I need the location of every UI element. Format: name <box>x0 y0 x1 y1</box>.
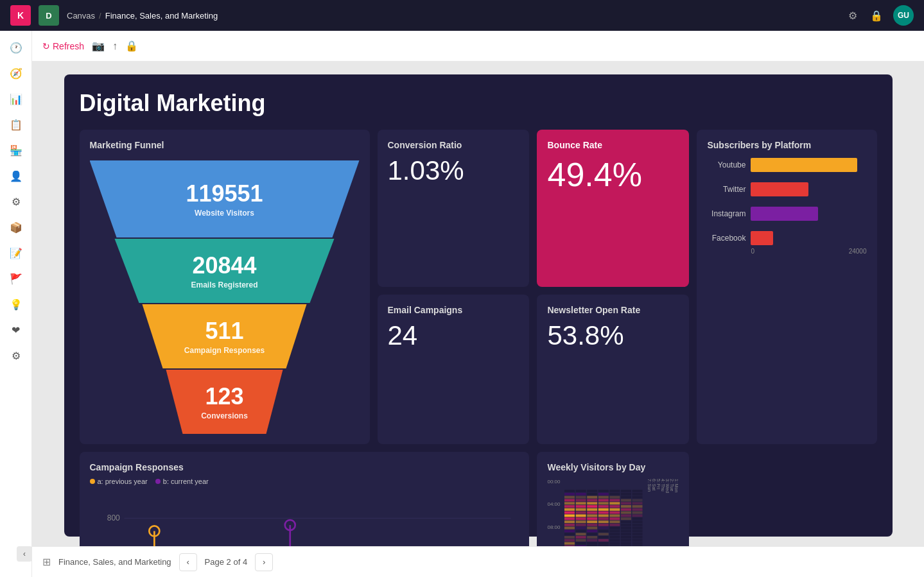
svg-rect-139 <box>598 524 608 526</box>
svg-rect-222 <box>632 512 642 514</box>
svg-rect-77 <box>575 512 586 514</box>
sidebar-item-heart[interactable]: ❤ <box>4 318 28 341</box>
svg-rect-134 <box>598 508 608 511</box>
svg-rect-217 <box>632 496 642 499</box>
newsletter-value: 53.8% <box>547 320 679 351</box>
next-page-button[interactable]: › <box>255 553 273 571</box>
conversion-ratio-card: Conversion Ratio 1.03% <box>378 130 530 287</box>
svg-rect-144 <box>598 539 608 542</box>
sidebar-item-cog[interactable]: ⚙ <box>4 190 28 213</box>
svg-rect-141 <box>598 530 608 532</box>
svg-rect-171 <box>609 533 620 535</box>
screenshot-icon[interactable]: 📷 <box>92 40 105 52</box>
svg-rect-174 <box>609 542 620 545</box>
sidebar-item-list[interactable]: 📝 <box>4 241 28 264</box>
svg-rect-166 <box>609 517 620 520</box>
svg-rect-107 <box>587 514 597 517</box>
svg-rect-135 <box>598 512 608 514</box>
settings-icon[interactable]: ⚙ <box>846 7 860 24</box>
svg-rect-192 <box>620 508 631 511</box>
bar-chart: Youtube Twitter <box>707 158 866 245</box>
svg-rect-133 <box>598 505 608 508</box>
lock2-icon[interactable]: 🔒 <box>125 40 138 52</box>
svg-rect-113 <box>587 533 597 535</box>
bar-facebook <box>751 231 772 245</box>
svg-rect-79 <box>575 517 586 520</box>
lock-icon[interactable]: 🔒 <box>867 7 885 24</box>
svg-rect-78 <box>575 514 586 517</box>
svg-rect-145 <box>598 542 608 545</box>
sidebar-item-clock[interactable]: 🕐 <box>4 36 28 59</box>
svg-rect-196 <box>620 521 631 523</box>
svg-rect-164 <box>609 512 620 514</box>
svg-rect-187 <box>620 493 631 495</box>
export-icon[interactable]: ↑ <box>112 40 118 52</box>
prev-page-button[interactable]: ‹ <box>179 553 197 571</box>
svg-rect-57 <box>564 539 575 542</box>
svg-rect-74 <box>575 502 586 504</box>
lollipop-chart-svg: 800 600 400 200 0 <box>90 493 519 546</box>
svg-rect-41 <box>564 490 575 492</box>
svg-rect-106 <box>587 512 597 514</box>
app-logo[interactable]: K <box>10 5 31 26</box>
dashboard: Digital Marketing Marketing Funnel 11955… <box>64 74 893 537</box>
svg-rect-112 <box>587 530 597 532</box>
subscribers-card: Subscribers by Platform Youtube Twitter <box>697 130 876 444</box>
svg-rect-197 <box>620 524 631 526</box>
svg-rect-58 <box>564 542 575 545</box>
sidebar-item-flag[interactable]: 🚩 <box>4 267 28 290</box>
funnel-level-2: 20844 Emails Registered <box>103 239 347 303</box>
sidebar-item-store[interactable]: 🏪 <box>4 139 28 162</box>
svg-rect-229 <box>632 533 642 535</box>
svg-rect-44 <box>564 499 575 501</box>
top-nav: K D Canvas / Finance, Sales, and Marketi… <box>0 0 924 31</box>
svg-rect-201 <box>620 536 631 538</box>
bar-instagram <box>751 207 817 221</box>
svg-rect-223 <box>632 514 642 517</box>
refresh-icon: ↻ <box>42 41 50 51</box>
collapse-sidebar-button[interactable]: ‹ <box>17 546 32 562</box>
sidebar-item-table[interactable]: 📋 <box>4 113 28 136</box>
svg-rect-198 <box>620 527 631 530</box>
conversion-ratio-value: 1.03% <box>388 155 519 186</box>
svg-rect-76 <box>575 508 586 511</box>
svg-rect-75 <box>575 505 586 508</box>
svg-rect-160 <box>609 499 620 501</box>
sidebar-item-stack[interactable]: 📦 <box>4 216 28 239</box>
newsletter-open-rate-card: Newsletter Open Rate 53.8% <box>537 295 689 444</box>
svg-rect-80 <box>575 521 586 523</box>
svg-rect-170 <box>609 530 620 532</box>
funnel-title: Marketing Funnel <box>90 140 360 150</box>
bar-row-youtube: Youtube <box>707 158 866 172</box>
sidebar-item-person[interactable]: 👤 <box>4 164 28 187</box>
svg-rect-219 <box>632 502 642 504</box>
sidebar-item-chart[interactable]: 📊 <box>4 87 28 110</box>
bar-youtube <box>751 158 857 172</box>
refresh-button[interactable]: ↻ Refresh <box>42 41 84 51</box>
svg-rect-136 <box>598 514 608 517</box>
svg-rect-140 <box>598 527 608 530</box>
svg-rect-203 <box>620 542 631 545</box>
svg-rect-111 <box>587 527 597 530</box>
bar-axis: 0 24000 <box>751 248 866 255</box>
svg-rect-47 <box>564 508 575 511</box>
sidebar-item-compass[interactable]: 🧭 <box>4 62 28 85</box>
funnel-level-3: 511 Campaign Responses <box>122 304 327 368</box>
svg-rect-191 <box>620 505 631 508</box>
campaign-title: Campaign Responses <box>90 462 519 472</box>
sidebar-item-gear[interactable]: ⚙ <box>4 344 28 367</box>
svg-rect-52 <box>564 524 575 526</box>
svg-rect-165 <box>609 514 620 517</box>
svg-rect-115 <box>587 539 597 542</box>
bar-row-instagram: Instagram <box>707 207 866 221</box>
legend: a: previous year b: current year <box>90 478 519 485</box>
svg-rect-82 <box>575 527 586 530</box>
funnel-container: 119551 Website Visitors 20844 Emails Reg… <box>90 160 360 434</box>
bar-twitter <box>751 182 808 196</box>
svg-rect-163 <box>609 508 620 511</box>
email-campaigns-card: Email Campaigns 24 <box>378 295 530 444</box>
svg-rect-173 <box>609 539 620 542</box>
user-avatar[interactable]: GU <box>893 5 914 26</box>
svg-rect-200 <box>620 533 631 535</box>
sidebar-item-bulb[interactable]: 💡 <box>4 293 28 316</box>
